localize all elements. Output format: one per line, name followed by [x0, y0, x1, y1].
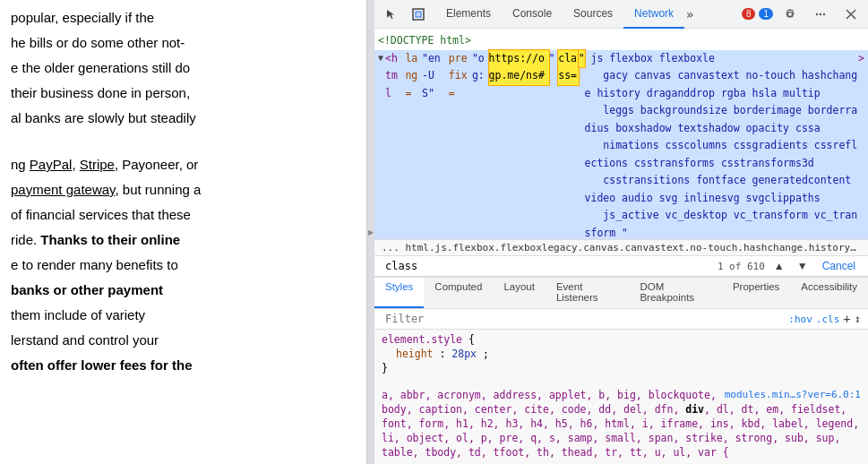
more-tabs-icon[interactable]: »	[686, 7, 693, 21]
article-bold-2: banks or other payment	[11, 282, 163, 297]
search-next-button[interactable]: ▼	[794, 258, 812, 274]
body-selector2: font, form, h1, h2, h3, h4, h5, h6, html…	[382, 417, 859, 430]
styles-filter-bar: :hov .cls + ↕	[374, 309, 868, 330]
svg-rect-1	[416, 12, 421, 17]
article-line-4: their business done in person,	[11, 82, 356, 104]
article-line-6: ng PayPal, Stripe, Payoneer, or	[11, 154, 356, 176]
filter-toggle-button[interactable]: ↕	[855, 313, 861, 325]
breadcrumb: ... html.js.flexbox.flexboxlegacy.canvas…	[374, 239, 868, 256]
article-line-10: e to render many benefits to	[11, 254, 356, 276]
abbr-rule: a, abbr, acronym, address, applet, b, bi…	[382, 389, 861, 401]
filter-add-button[interactable]: +	[843, 312, 850, 326]
article-line-13: lerstand and control your	[11, 330, 356, 351]
gear-icon[interactable]	[778, 2, 803, 27]
article-line-1: popular, especially if the	[11, 7, 356, 29]
article-line-11: banks or other payment	[11, 279, 356, 301]
tab-dom-breakpoints[interactable]: DOM Breakpoints	[629, 278, 722, 308]
devtools-toolbar: Elements Console Sources Network » 8 1	[374, 0, 868, 29]
element-style-rule: element.style {	[382, 333, 861, 346]
element-style-selector: element.style	[382, 333, 462, 346]
search-bar: 1 of 610 ▲ ▼ Cancel	[374, 256, 868, 277]
styles-content: element.style { height : 28px ; } a, abb…	[374, 330, 868, 464]
tab-elements[interactable]: Elements	[435, 0, 502, 29]
article-line-14: often offer lower fees for the	[11, 355, 356, 376]
resize-handle[interactable]	[367, 0, 374, 464]
html-tag-line[interactable]: ▼ <html lang="en-US" prefix="og: https:/…	[374, 50, 868, 239]
highlighted-class-attr: class=	[558, 50, 578, 85]
body-selector: body, caption, center, cite, code, dd, d…	[382, 403, 847, 416]
filter-cls-button[interactable]: .cls	[816, 314, 840, 325]
html-panel: <!DOCTYPE html> ▼ <html lang="en-US" pre…	[374, 29, 868, 239]
element-style-close: }	[382, 362, 861, 374]
styles-tabs: Styles Computed Layout Event Listeners D…	[374, 278, 868, 309]
svg-point-5	[823, 13, 825, 14]
body-rule: body, caption, center, cite, code, dd, d…	[382, 403, 861, 416]
highlighted-class-value: "	[579, 50, 585, 68]
article-line-2: he bills or do some other not-	[11, 32, 356, 54]
tab-properties[interactable]: Properties	[722, 278, 790, 308]
article-line-5: al banks are slowly but steadily	[11, 107, 356, 129]
abbr-selector: a, abbr, acronym, address, applet, b, bi…	[382, 389, 717, 401]
article-line-9: ride. Thanks to their online	[11, 229, 356, 251]
search-prev-button[interactable]: ▲	[770, 258, 788, 274]
tab-styles[interactable]: Styles	[374, 278, 424, 308]
stripe-link[interactable]: Stripe	[80, 157, 115, 172]
tab-sources[interactable]: Sources	[563, 0, 623, 29]
cursor-icon[interactable]	[379, 2, 404, 27]
close-icon[interactable]	[838, 2, 864, 27]
svg-point-4	[820, 13, 821, 14]
devtools-tabs: Elements Console Sources Network »	[435, 0, 694, 29]
tab-event-listeners[interactable]: Event Listeners	[546, 278, 629, 308]
search-result-count: 1 of 610	[718, 261, 765, 272]
toolbar-right: 8 1	[742, 2, 864, 27]
abbr-source[interactable]: modules.min…s?ver=6.0:1	[725, 389, 861, 401]
article-bold: Thanks to their online	[40, 232, 180, 247]
box-inspect-icon[interactable]	[406, 2, 431, 27]
ellipsis-icon[interactable]	[808, 2, 833, 27]
body-rule3: li, object, ol, p, pre, q, s, samp, smal…	[382, 432, 861, 444]
article-line-3: e the older generations still do	[11, 57, 356, 79]
article-line-8: of financial services that these	[11, 204, 356, 226]
paypal-link[interactable]: PayPal	[30, 157, 73, 172]
collapse-triangle[interactable]: ▼	[378, 50, 383, 65]
payment-gateway-link[interactable]: payment gateway	[11, 182, 115, 197]
search-input[interactable]	[382, 258, 712, 274]
article-text: popular, especially if the he bills or d…	[0, 0, 367, 464]
article-line-7: payment gateway, but running a	[11, 179, 356, 201]
svg-point-3	[816, 13, 818, 14]
devtools-panel: Elements Console Sources Network » 8 1 <…	[374, 0, 868, 464]
styles-panel: Styles Computed Layout Event Listeners D…	[374, 277, 868, 464]
tab-network[interactable]: Network	[623, 0, 684, 29]
element-style-height: height : 28px ;	[382, 348, 861, 360]
body-selector3: li, object, ol, p, pre, q, s, samp, smal…	[382, 432, 840, 444]
article-line-12: them include of variety	[11, 305, 356, 326]
tab-console[interactable]: Console	[502, 0, 563, 29]
body-selector4: table, tbody, td, tfoot, th, thead, tr, …	[382, 446, 729, 459]
doctype-line: <!DOCTYPE html>	[374, 32, 868, 50]
error-badge: 8	[742, 8, 756, 20]
tab-computed[interactable]: Computed	[424, 278, 493, 308]
tab-accessibility[interactable]: Accessibility	[790, 278, 868, 308]
filter-hov-button[interactable]: :hov	[788, 314, 812, 325]
svg-point-2	[788, 12, 793, 16]
article-bold-3: often offer lower fees for the	[11, 357, 193, 373]
message-badge: 1	[759, 8, 773, 20]
styles-filter-input[interactable]	[382, 311, 785, 327]
highlighted-url: https://ogp.me/ns#	[489, 50, 549, 85]
body-rule2: font, form, h1, h2, h3, h4, h5, h6, html…	[382, 417, 861, 430]
tab-layout[interactable]: Layout	[493, 278, 546, 308]
body-rule4: table, tbody, td, tfoot, th, thead, tr, …	[382, 446, 861, 459]
search-cancel-button[interactable]: Cancel	[817, 258, 861, 274]
